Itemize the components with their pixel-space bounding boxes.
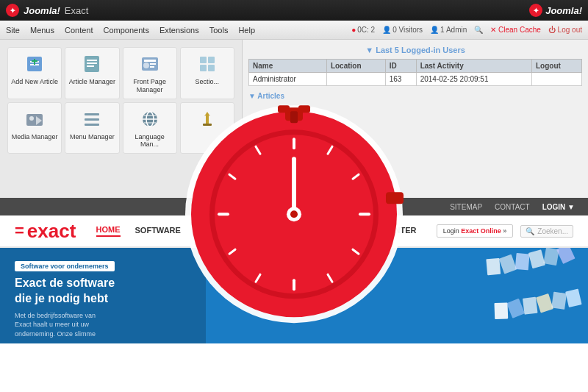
icon-add-new-article[interactable]: Add New Article	[7, 47, 62, 99]
joomla-navbar: Site Menus Content Components Extensions…	[0, 21, 588, 40]
svg-rect-7	[87, 63, 97, 64]
search-box[interactable]: 🔍 Zoeken...	[520, 225, 573, 238]
nav-site[interactable]: Site	[6, 26, 20, 35]
menu-services[interactable]: SERVICES	[196, 226, 236, 236]
doc-piece	[499, 254, 517, 274]
menu-home[interactable]: HOME	[96, 225, 121, 237]
cell-location	[326, 73, 385, 86]
svg-rect-6	[87, 60, 97, 61]
svg-rect-16	[200, 65, 207, 71]
admin-count: 👤 1 Admin	[430, 26, 467, 34]
add-article-icon	[23, 52, 46, 76]
icon-section-manager[interactable]: Sectio...	[180, 47, 234, 99]
logged-users-table: Name Location ID Last Activity Logout Ad…	[248, 59, 582, 86]
topbar-sitemap[interactable]: SITEMAP	[444, 203, 488, 211]
section-icon	[196, 52, 219, 76]
svg-rect-14	[200, 57, 207, 63]
hero-desc: Met de bedrijfssoftware vanExact haalt u…	[15, 311, 191, 339]
topbar-contact[interactable]: CONTACT	[489, 203, 536, 211]
topbar-login[interactable]: LOGIN ▼	[537, 203, 581, 211]
joomla-nav-right: ● 0C: 2 👤 0 Visitors 👤 1 Admin 🔍 ✕ Clean…	[351, 26, 582, 34]
articles-section-label: ▼ Articles	[248, 92, 582, 100]
nav-menus[interactable]: Menus	[30, 26, 54, 35]
svg-rect-29	[206, 115, 209, 125]
col-name: Name	[249, 60, 327, 73]
svg-rect-22	[85, 118, 99, 121]
doc-piece	[551, 292, 567, 310]
svg-point-11	[143, 63, 149, 68]
cell-logout[interactable]	[531, 73, 581, 86]
joomla-topbar: ✦ Joomla! Exact ✦ Joomla!	[0, 0, 588, 21]
language-icon	[138, 107, 162, 131]
svg-rect-12	[150, 63, 156, 65]
svg-point-19	[29, 116, 34, 121]
logout-button[interactable]: ⏻ Log out	[548, 26, 582, 34]
nav-help[interactable]: Help	[238, 26, 255, 35]
nav-extensions[interactable]: Extensions	[159, 26, 199, 35]
svg-rect-8	[87, 65, 94, 67]
joomla-nav-left: Site Menus Content Components Extensions…	[6, 26, 255, 35]
nav-content[interactable]: Content	[65, 26, 93, 35]
admin-icons-grid: Add New Article Article Manager Front Pa…	[7, 47, 234, 99]
doc-scatter-decoration	[485, 248, 587, 343]
cache-count: ● 0C: 2	[351, 26, 375, 34]
search-icon[interactable]: 🔍	[474, 26, 483, 34]
add-article-label: Add New Article	[11, 78, 58, 86]
hero-right-text: Exact Dé online bedrijfssoftware	[228, 263, 321, 288]
exact-hero-right: Exact Dé online bedrijfssoftware	[206, 248, 588, 343]
doc-piece	[506, 299, 525, 318]
nav-components[interactable]: Components	[104, 26, 149, 35]
col-location: Location	[326, 60, 385, 73]
exact-online-text: Exact Online	[461, 227, 501, 235]
col-logout: Logout	[531, 60, 581, 73]
joomla-right-flame-icon: ✦	[529, 4, 542, 17]
article-manager-icon	[80, 52, 104, 76]
logo-name: exact	[27, 220, 76, 243]
hero-sub-text: Dé online bedrijfssoftware	[228, 279, 321, 288]
icon-media-manager[interactable]: Media Manager	[7, 102, 62, 154]
hero-title: Exact de softwaredie je nodig hebt	[15, 276, 191, 307]
icon-menu-manager[interactable]: Menu Manager	[65, 102, 119, 154]
svg-rect-30	[203, 124, 212, 126]
menu-software[interactable]: SOFTWARE	[135, 226, 181, 236]
cell-name: Administrator	[249, 73, 327, 86]
svg-rect-4	[32, 60, 37, 62]
svg-rect-15	[208, 57, 215, 63]
icon-article-manager[interactable]: Article Manager	[65, 47, 119, 99]
visitors-count: 👤 0 Visitors	[382, 26, 423, 34]
nav-tools[interactable]: Tools	[209, 26, 229, 35]
menu-center[interactable]: CENTER	[383, 226, 416, 236]
joomla-right-text: Joomla!	[545, 5, 582, 16]
col-last-activity: Last Activity	[416, 60, 531, 73]
exact-nav-right: Login Exact Online » 🔍 Zoeken...	[437, 224, 573, 238]
svg-rect-13	[150, 66, 154, 68]
exact-topbar: SITEMAP CONTACT LOGIN ▼	[0, 198, 588, 215]
doc-piece	[486, 258, 501, 275]
cell-id: 163	[385, 73, 416, 86]
doc-piece	[494, 302, 508, 319]
media-label: Media Manager	[12, 133, 58, 141]
login-online-button[interactable]: Login Exact Online »	[437, 224, 514, 238]
joomla-right-logo: ✦ Joomla!	[529, 4, 582, 17]
doc-piece	[565, 289, 581, 307]
svg-rect-17	[208, 65, 215, 71]
admin-content-area: Add New Article Article Manager Front Pa…	[0, 40, 588, 198]
doc-piece	[515, 253, 530, 270]
exact-logo: = exact	[15, 220, 76, 243]
clean-cache-button[interactable]: ✕ Clean Cache	[490, 26, 541, 34]
search-placeholder: Zoeken...	[537, 227, 568, 235]
hero-tag: Software voor ondernemers	[15, 261, 115, 271]
exact-menu: HOME SOFTWARE SERVICES CENTER	[96, 225, 417, 237]
icon-language-manager[interactable]: Language Man...	[123, 102, 177, 154]
search-icon: 🔍	[526, 227, 534, 235]
svg-rect-23	[85, 124, 99, 126]
logged-users-title: ▼ Last 5 Logged-in Users	[248, 46, 582, 54]
app-name: Exact	[65, 5, 89, 16]
logo-equals: =	[15, 221, 24, 240]
icon-front-page-manager[interactable]: Front Page Manager	[123, 47, 177, 99]
exact-hero: Software voor ondernemers Exact de softw…	[0, 248, 588, 343]
media-icon	[23, 107, 46, 131]
section-label: Sectio...	[196, 78, 220, 86]
svg-rect-21	[85, 113, 99, 115]
icon-misc[interactable]	[180, 102, 234, 154]
